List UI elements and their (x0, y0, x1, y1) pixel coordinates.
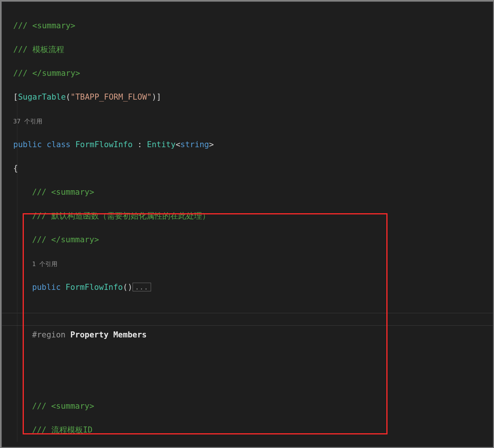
code-content[interactable]: /// <summary> /// 模板流程 /// </summary> [S… (2, 2, 353, 447)
xml-doc: /// (32, 211, 46, 220)
kw-class: class (47, 140, 71, 149)
collapsed-region-icon[interactable]: ... (133, 283, 151, 291)
xml-doc: </summary> (32, 69, 80, 78)
xml-doc: <summary> (32, 21, 76, 30)
xml-doc: /// (32, 188, 46, 197)
xml-doc: /// (13, 69, 28, 78)
attr-arg: "TBAPP_FORM_FLOW" (71, 92, 152, 102)
xml-doc: <summary> (51, 188, 94, 197)
xml-doc: /// (32, 235, 46, 244)
gen-arg: string (181, 140, 209, 149)
gen-open: < (176, 140, 181, 149)
refcount[interactable]: 1 个引用 (32, 260, 57, 269)
viewport: /// <summary> /// 模板流程 /// </summary> [S… (0, 0, 494, 448)
kw-public: public (13, 140, 42, 149)
xml-doc: </summary> (51, 235, 99, 244)
brace-open: { (13, 164, 18, 173)
ctor-name: FormFlowInfo (66, 283, 123, 292)
ctor-doc: 默认构造函数（需要初始化属性的在此处理） (51, 211, 210, 220)
ctor-parens: () (123, 283, 132, 292)
base-type: Entity (147, 140, 176, 149)
p1-doc: 流程模板ID (51, 425, 93, 434)
xml-doc: /// (13, 45, 28, 54)
xml-doc: <summary> (51, 402, 94, 411)
xml-doc: /// (32, 425, 46, 434)
paren: ) (152, 92, 157, 102)
colon: : (133, 140, 147, 149)
xml-doc: /// (32, 402, 46, 411)
class-doc: 模板流程 (32, 45, 64, 54)
xml-doc: /// (13, 21, 28, 30)
refcount[interactable]: 37 个引用 (13, 117, 42, 126)
code-editor[interactable]: /// <summary> /// 模板流程 /// </summary> [S… (2, 2, 493, 447)
kw-public: public (32, 283, 61, 292)
class-name: FormFlowInfo (75, 140, 133, 149)
attr-name: SugarTable (18, 92, 66, 102)
region-name: Property Members (66, 330, 147, 339)
paren: ( (66, 92, 71, 102)
gen-close: > (209, 140, 214, 149)
attr-bracket: [ (13, 92, 18, 102)
attr-bracket: ] (156, 92, 161, 102)
region-keyword[interactable]: #region (32, 330, 66, 339)
